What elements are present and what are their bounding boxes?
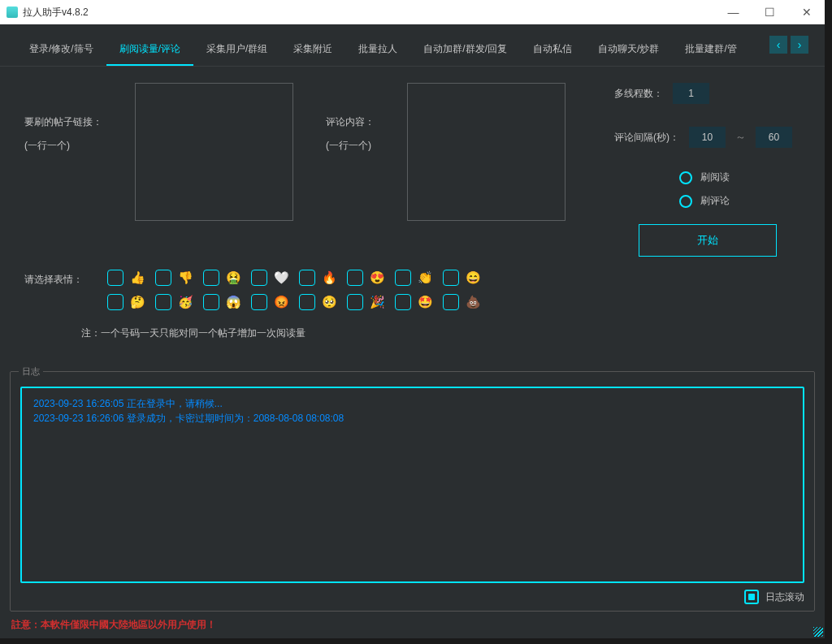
tab-0[interactable]: 登录/修改/筛号: [16, 36, 106, 66]
emoji-checkbox[interactable]: [251, 270, 267, 286]
emoji-icon: 😍: [370, 270, 385, 285]
emoji-icon: 🤮: [226, 270, 241, 285]
tab-5[interactable]: 自动加群/群发/回复: [410, 36, 520, 66]
emoji-icon: 💩: [466, 295, 481, 309]
emoji-icon: 😡: [274, 295, 289, 309]
warning-text: 註意：本軟件僅限中國大陸地區以外用户使用！: [11, 618, 216, 632]
emoji-label: 请选择表情：: [24, 270, 83, 287]
emoji-icon: 🥺: [322, 295, 337, 309]
emoji-icon: 🤔: [130, 295, 145, 309]
emoji-checkbox[interactable]: [347, 270, 363, 286]
tab-1[interactable]: 刷阅读量/评论: [106, 36, 193, 66]
start-button[interactable]: 开始: [639, 224, 777, 257]
resize-grip[interactable]: [813, 627, 823, 637]
log-scroll-checkbox[interactable]: [744, 590, 759, 604]
tab-7[interactable]: 自动聊天/炒群: [585, 36, 672, 66]
tab-prev-button[interactable]: ‹: [769, 36, 787, 54]
emoji-checkbox[interactable]: [299, 294, 315, 310]
emoji-checkbox[interactable]: [203, 270, 219, 286]
emoji-checkbox[interactable]: [155, 270, 171, 286]
tab-2[interactable]: 采集用户/群组: [193, 36, 280, 66]
minimize-button[interactable]: —: [715, 0, 752, 24]
interval-max-input[interactable]: [756, 127, 792, 148]
log-section: 日志 2023-09-23 16:26:05 正在登录中，请稍候...2023-…: [10, 371, 815, 612]
emoji-checkbox[interactable]: [443, 270, 459, 286]
emoji-checkbox[interactable]: [299, 270, 315, 286]
app-icon: [6, 6, 18, 18]
note-text: 注：一个号码一天只能对同一个帖子增加一次阅读量: [81, 326, 800, 340]
log-output[interactable]: 2023-09-23 16:26:05 正在登录中，请稍候...2023-09-…: [20, 387, 804, 583]
window-title: 拉人助手v4.8.2: [23, 6, 89, 19]
maximize-button[interactable]: ☐: [752, 0, 788, 24]
tab-bar: 登录/修改/筛号刷阅读量/评论采集用户/群组采集附近批量拉人自动加群/群发/回复…: [0, 24, 825, 67]
tab-8[interactable]: 批量建群/管: [672, 36, 749, 66]
emoji-icon: 🤩: [418, 295, 433, 309]
emoji-checkbox[interactable]: [107, 270, 124, 286]
emoji-icon: 👍: [130, 270, 145, 285]
emoji-checkbox[interactable]: [443, 294, 459, 310]
emoji-checkbox[interactable]: [395, 270, 411, 286]
close-button[interactable]: ✕: [788, 0, 825, 24]
emoji-checkbox[interactable]: [155, 294, 171, 310]
post-links-hint: (一行一个): [24, 139, 102, 153]
log-line: 2023-09-23 16:26:06 登录成功，卡密过期时间为：2088-08…: [33, 411, 791, 426]
log-line: 2023-09-23 16:26:05 正在登录中，请稍候...: [33, 396, 791, 411]
emoji-icon: 🥳: [178, 295, 193, 309]
interval-label: 评论间隔(秒)：: [614, 131, 679, 145]
comment-input[interactable]: [407, 83, 566, 221]
titlebar: 拉人助手v4.8.2 — ☐ ✕: [0, 0, 825, 24]
tab-4[interactable]: 批量拉人: [345, 36, 410, 66]
radio-comment[interactable]: [679, 195, 692, 208]
radio-read[interactable]: [679, 171, 692, 184]
threads-label: 多线程数：: [614, 87, 663, 101]
post-links-label: 要刷的帖子链接：: [24, 115, 102, 129]
emoji-icon: 😄: [466, 270, 481, 285]
emoji-icon: 🤍: [274, 270, 289, 285]
emoji-icon: 😱: [226, 295, 241, 309]
tab-3[interactable]: 采集附近: [280, 36, 345, 66]
tab-next-button[interactable]: ›: [791, 36, 808, 54]
threads-input[interactable]: [673, 83, 709, 104]
tab-6[interactable]: 自动私信: [520, 36, 585, 66]
emoji-checkbox[interactable]: [107, 294, 124, 310]
app-window: 拉人助手v4.8.2 — ☐ ✕ 登录/修改/筛号刷阅读量/评论采集用户/群组采…: [0, 0, 825, 638]
emoji-checkbox[interactable]: [251, 294, 267, 310]
emoji-icon: 🎉: [370, 295, 385, 309]
emoji-icon: 👏: [418, 270, 433, 285]
emoji-checkbox[interactable]: [395, 294, 411, 310]
content-area: 要刷的帖子链接： (一行一个) 评论内容： (一行一个) 多线程数： 评论间隔(…: [0, 67, 825, 357]
log-label: 日志: [19, 365, 43, 378]
emoji-icon: 👎: [178, 270, 193, 285]
emoji-checkbox[interactable]: [347, 294, 363, 310]
radio-read-label: 刷阅读: [700, 171, 730, 184]
emoji-checkbox[interactable]: [203, 294, 219, 310]
post-links-input[interactable]: [135, 83, 293, 221]
comment-hint: (一行一个): [326, 139, 375, 153]
interval-min-input[interactable]: [689, 127, 726, 148]
radio-comment-label: 刷评论: [700, 194, 730, 208]
comment-label: 评论内容：: [326, 115, 375, 129]
log-scroll-label: 日志滚动: [765, 590, 804, 604]
emoji-icon: 🔥: [322, 270, 337, 285]
